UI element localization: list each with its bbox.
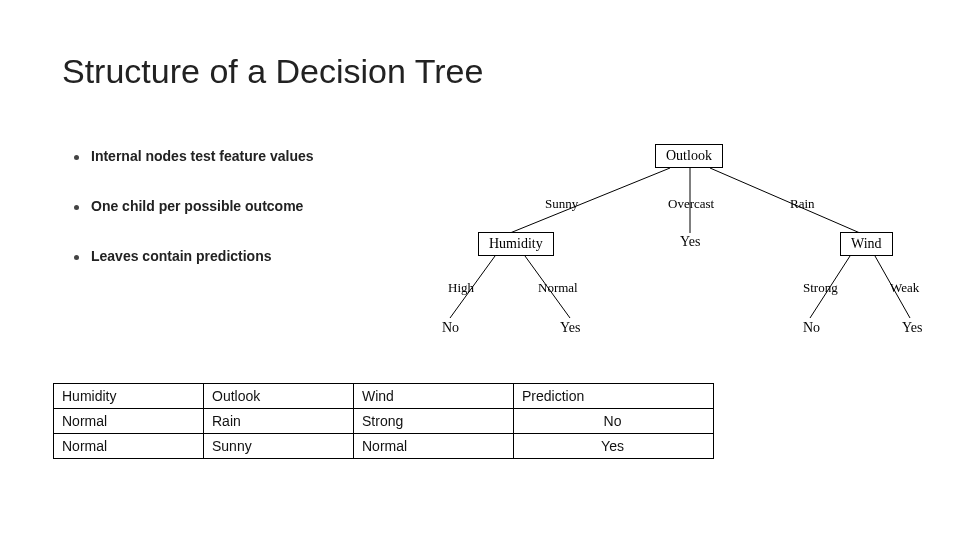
edge-label-sunny: Sunny — [545, 196, 578, 212]
bullet-list: Internal nodes test feature values One c… — [74, 148, 414, 298]
tree-node-humidity: Humidity — [478, 232, 554, 256]
tree-leaf-high-no: No — [442, 320, 459, 336]
bullet-icon — [74, 155, 79, 160]
tree-leaf-weak-yes: Yes — [902, 320, 922, 336]
tree-leaf-overcast-yes: Yes — [680, 234, 700, 250]
table-header: Outlook — [204, 384, 354, 409]
tree-node-wind: Wind — [840, 232, 893, 256]
slide-title: Structure of a Decision Tree — [62, 52, 483, 91]
decision-tree-diagram: Outlook Sunny Overcast Rain Humidity Yes… — [430, 138, 930, 368]
table-cell: Rain — [204, 409, 354, 434]
edge-label-normal: Normal — [538, 280, 578, 296]
edge-label-weak: Weak — [890, 280, 919, 296]
edge-label-rain: Rain — [790, 196, 815, 212]
table-cell: Normal — [54, 409, 204, 434]
bullet-item: One child per possible outcome — [74, 198, 414, 214]
bullet-text: One child per possible outcome — [91, 198, 303, 214]
examples-table: Humidity Outlook Wind Prediction Normal … — [53, 383, 714, 459]
bullet-item: Leaves contain predictions — [74, 248, 414, 264]
table-header-row: Humidity Outlook Wind Prediction — [54, 384, 714, 409]
svg-line-2 — [710, 168, 860, 233]
table-header: Wind — [354, 384, 514, 409]
tree-leaf-normal-yes: Yes — [560, 320, 580, 336]
edge-label-high: High — [448, 280, 474, 296]
tree-node-outlook: Outlook — [655, 144, 723, 168]
bullet-icon — [74, 255, 79, 260]
table-header: Humidity — [54, 384, 204, 409]
edge-label-strong: Strong — [803, 280, 838, 296]
table-header: Prediction — [514, 384, 714, 409]
table-cell: Strong — [354, 409, 514, 434]
table-cell: Normal — [54, 434, 204, 459]
table-cell: Yes — [514, 434, 714, 459]
bullet-text: Leaves contain predictions — [91, 248, 272, 264]
svg-line-0 — [510, 168, 670, 233]
edge-label-overcast: Overcast — [668, 196, 714, 212]
table-cell: No — [514, 409, 714, 434]
table-row: Normal Rain Strong No — [54, 409, 714, 434]
tree-leaf-strong-no: No — [803, 320, 820, 336]
bullet-item: Internal nodes test feature values — [74, 148, 414, 164]
bullet-icon — [74, 205, 79, 210]
table-cell: Sunny — [204, 434, 354, 459]
bullet-text: Internal nodes test feature values — [91, 148, 314, 164]
table-row: Normal Sunny Normal Yes — [54, 434, 714, 459]
table-cell: Normal — [354, 434, 514, 459]
